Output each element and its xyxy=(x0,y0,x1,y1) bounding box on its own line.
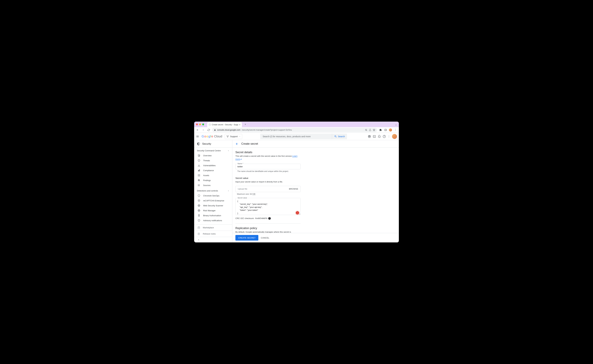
help-icon[interactable] xyxy=(383,135,386,138)
sidebar-item-label: Web Security Scanner xyxy=(203,204,223,207)
sidebar-item-icon xyxy=(198,179,200,182)
secret-value-heading: Secret value xyxy=(235,177,300,179)
sidebar-item[interactable]: Findings xyxy=(194,178,232,183)
page-header: Create secret xyxy=(232,140,399,148)
chrome-menu-icon[interactable]: ⋮ xyxy=(393,128,398,132)
zoom-icon[interactable] xyxy=(365,129,367,131)
sidebar-marketplace[interactable]: Marketplace xyxy=(194,224,232,231)
annotation-badge: 1 xyxy=(296,211,299,214)
sidebar-item[interactable]: Vulnerabilities xyxy=(194,163,232,168)
sidebar-item[interactable]: Overview xyxy=(194,153,232,158)
lock-icon xyxy=(214,129,216,131)
page-back-button[interactable] xyxy=(235,142,239,145)
browser-tab-bar: Create secret – Security – Supp × + ⌄ xyxy=(194,122,399,127)
sidebar-item-icon xyxy=(198,159,200,162)
project-picker[interactable]: Support xyxy=(225,134,242,139)
svg-point-3 xyxy=(227,136,227,136)
url-input[interactable]: console.cloud.google.com/security/secret… xyxy=(212,128,377,132)
sidebar-item[interactable]: Sources xyxy=(194,183,232,188)
gift-icon[interactable] xyxy=(368,135,371,138)
svg-rect-17 xyxy=(199,170,199,171)
sidebar-item[interactable]: Threats xyxy=(194,158,232,163)
svg-point-41 xyxy=(199,215,199,215)
svg-rect-16 xyxy=(198,170,199,171)
sidebar-item[interactable]: Risk Manager xyxy=(194,208,232,213)
action-bar: CREATE SECRET CANCEL xyxy=(232,233,399,242)
sidebar-item[interactable]: Assets xyxy=(194,173,232,178)
forward-button[interactable] xyxy=(201,128,205,132)
sidebar-item-icon xyxy=(198,154,200,157)
cloud-shell-icon[interactable] xyxy=(373,135,376,138)
create-secret-button[interactable]: CREATE SECRET xyxy=(235,235,258,240)
close-window-icon[interactable] xyxy=(196,124,198,125)
maximize-window-icon[interactable] xyxy=(202,124,204,125)
sidebar-item-icon xyxy=(198,204,200,207)
checksum-value: 0x6654A6F6 xyxy=(255,217,267,220)
help-icon[interactable]: ? xyxy=(268,217,271,220)
google-cloud-logo[interactable]: Google Cloud xyxy=(202,135,222,138)
sidebar-item[interactable]: Binary Authorisation xyxy=(194,213,232,218)
sidebar-release-notes[interactable]: Release notes xyxy=(194,231,232,237)
notifications-icon[interactable] xyxy=(378,135,381,138)
chevron-up-icon xyxy=(227,190,229,192)
svg-rect-13 xyxy=(198,156,200,156)
max-size-hint: Maximum size: 64 KiB xyxy=(235,193,300,195)
svg-rect-11 xyxy=(199,155,199,155)
browse-button[interactable]: BROWSE xyxy=(289,188,298,190)
cloud-console-header: Google Cloud Support Search (/) for reso… xyxy=(194,133,399,140)
share-icon[interactable] xyxy=(369,129,371,131)
bookmark-icon[interactable] xyxy=(373,129,375,131)
sidebar-section-detections[interactable]: Detections and controls xyxy=(194,188,232,193)
project-name: Support xyxy=(230,135,238,138)
sidebar-title[interactable]: Security xyxy=(194,140,232,148)
extensions-icon[interactable] xyxy=(378,128,383,132)
sidebar-item[interactable]: reCAPTCHA Enterprise xyxy=(194,198,232,203)
side-panel-icon[interactable] xyxy=(383,128,388,132)
upload-file-box[interactable]: Upload file BROWSE xyxy=(235,186,300,192)
sidebar-item[interactable]: Access Approval xyxy=(194,223,232,224)
checksum-row: CRC-32C checksum: 0x6654A6F6 ? xyxy=(235,217,300,220)
new-tab-button[interactable]: + xyxy=(243,122,247,127)
sidebar-item-icon xyxy=(198,194,200,197)
svg-rect-12 xyxy=(200,155,200,156)
browser-tab[interactable]: Create secret – Security – Supp × xyxy=(207,122,242,127)
main-content: Create secret Secret details This will c… xyxy=(232,140,399,242)
sidebar-item[interactable]: Web Security Scanner xyxy=(194,203,232,208)
sidebar-item-label: Assets xyxy=(203,174,209,176)
back-button[interactable] xyxy=(195,128,200,132)
secret-value-textarea[interactable] xyxy=(235,198,300,215)
search-button[interactable]: Search xyxy=(332,134,347,139)
reload-button[interactable] xyxy=(207,128,211,132)
external-link-icon: ⬈ xyxy=(240,158,242,160)
chevron-up-icon xyxy=(227,150,229,152)
search-input[interactable]: Search (/) for resources, docs, products… xyxy=(260,134,332,139)
collapse-sidebar-button[interactable] xyxy=(194,237,232,242)
more-icon[interactable]: ⋮ xyxy=(388,135,390,138)
secret-details-heading: Secret details xyxy=(235,151,300,154)
address-bar: console.cloud.google.com/security/secret… xyxy=(194,127,399,133)
sidebar-item-icon xyxy=(198,199,200,202)
sidebar-item-icon xyxy=(198,219,200,222)
cancel-button[interactable]: CANCEL xyxy=(261,237,269,239)
sidebar-item-icon xyxy=(198,164,200,167)
sidebar-item-icon xyxy=(198,209,200,212)
sidebar-item[interactable]: Compliance xyxy=(194,168,232,173)
svg-rect-10 xyxy=(198,155,199,156)
sidebar-item[interactable]: Chronicle SecOps xyxy=(194,193,232,198)
svg-rect-18 xyxy=(200,169,200,171)
sidebar-item-label: Advisory notifications xyxy=(203,219,222,222)
shield-icon xyxy=(197,142,200,145)
sidebar-item-label: Risk Manager xyxy=(203,209,216,212)
close-tab-icon[interactable]: × xyxy=(239,124,240,126)
svg-point-33 xyxy=(199,200,199,201)
profile-icon[interactable] xyxy=(388,128,393,132)
hamburger-icon[interactable] xyxy=(196,135,199,138)
sidebar-section-scc[interactable]: Security Command Centre xyxy=(194,148,232,153)
sidebar-item[interactable]: Advisory notifications xyxy=(194,218,232,223)
minimize-window-icon[interactable] xyxy=(199,124,201,125)
name-input[interactable] xyxy=(235,164,300,169)
marketplace-icon xyxy=(198,227,200,229)
tabs-overflow-icon[interactable]: ⌄ xyxy=(395,123,397,126)
sidebar-item-label: Findings xyxy=(203,179,211,182)
user-avatar[interactable] xyxy=(392,134,397,139)
